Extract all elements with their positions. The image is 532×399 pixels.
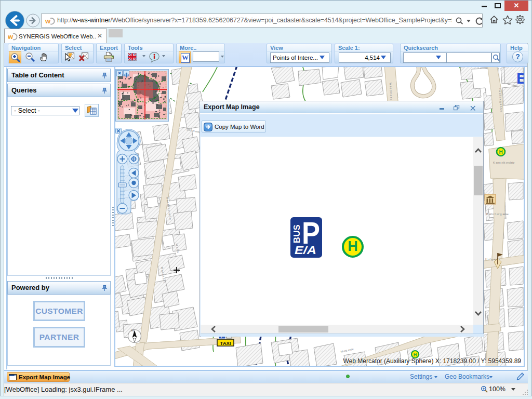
svg-text:H: H: [414, 352, 417, 357]
svg-text:BUS: BUS: [292, 224, 301, 243]
svg-text:w: w: [8, 33, 14, 41]
svg-text:Murg asse: Murg asse: [340, 348, 354, 353]
svg-text:E/A: E/A: [295, 244, 316, 257]
svg-text:B: B: [516, 70, 524, 87]
svg-text:B ahn h of g asse: B ahn h of g asse: [486, 212, 509, 216]
svg-text:N: N: [131, 329, 134, 332]
svg-text:TAXI: TAXI: [220, 340, 231, 346]
svg-text:H: H: [499, 149, 502, 155]
svg-text:K arm elit erplatz: K arm elit erplatz: [493, 161, 515, 164]
svg-text:w: w: [45, 17, 51, 25]
